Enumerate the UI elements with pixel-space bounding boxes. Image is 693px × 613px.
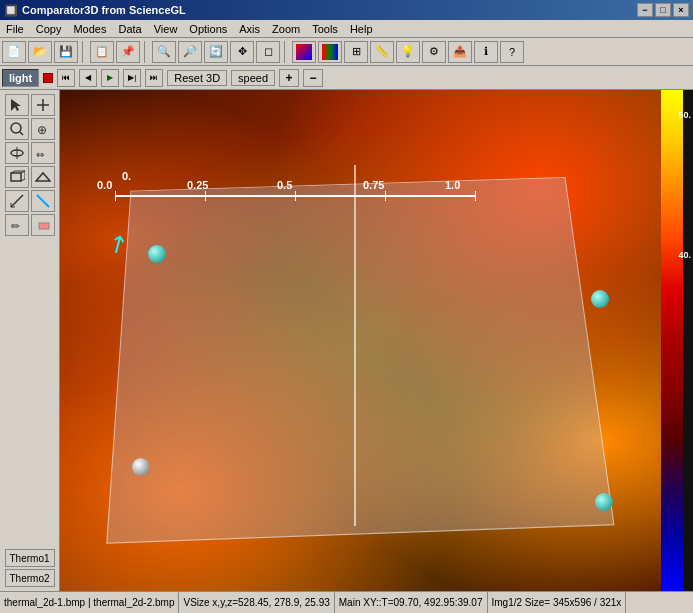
info-button[interactable]: ℹ — [474, 41, 498, 63]
open-button[interactable]: 📂 — [28, 41, 52, 63]
menu-options[interactable]: Options — [183, 20, 233, 37]
sidebar-pair-3: ⇔ — [5, 142, 55, 164]
save-button[interactable]: 💾 — [54, 41, 78, 63]
menu-axis[interactable]: Axis — [233, 20, 266, 37]
info-icon: ℹ — [484, 45, 488, 58]
menu-bar: File Copy Modes Data View Options Axis Z… — [0, 20, 693, 38]
status-img: Img1/2 Size= 345x596 / 321x — [488, 592, 627, 613]
move-button[interactable]: ✥ — [230, 41, 254, 63]
tick-1 — [475, 191, 476, 201]
sidebar-btn-e2[interactable] — [31, 190, 55, 212]
select-button[interactable]: ◻ — [256, 41, 280, 63]
zoom-in-button[interactable]: 🔍 — [152, 41, 176, 63]
rotate3d-icon — [9, 145, 25, 161]
speed-button[interactable]: speed — [231, 70, 275, 86]
sidebar-pair-1 — [5, 94, 55, 116]
nav-first[interactable]: ⏮ — [57, 69, 75, 87]
palette-button[interactable] — [318, 41, 342, 63]
color-icon — [296, 44, 312, 60]
menu-modes[interactable]: Modes — [67, 20, 112, 37]
sidebar-btn-d2[interactable] — [31, 166, 55, 188]
menu-copy[interactable]: Copy — [30, 20, 68, 37]
crosshair-icon — [35, 97, 51, 113]
status-xy: Main XY::T=09.70, 492.95:39.07 — [335, 592, 488, 613]
light-dot — [43, 73, 53, 83]
measure2-icon — [9, 193, 25, 209]
rotate-button[interactable]: 🔄 — [204, 41, 228, 63]
svg-marker-15 — [36, 173, 50, 181]
viewport[interactable]: Graphics www.sciencegl.com 0.0 0.25 0.5 … — [60, 90, 661, 591]
handle-bottom-right[interactable] — [595, 493, 613, 511]
minimize-button[interactable]: − — [637, 3, 653, 17]
color-button[interactable] — [292, 41, 316, 63]
maximize-button[interactable]: □ — [655, 3, 671, 17]
save-icon: 💾 — [59, 45, 73, 58]
sidebar-btn-b2[interactable]: ⊕ — [31, 118, 55, 140]
handle-top-right[interactable] — [591, 290, 609, 308]
svg-point-3 — [11, 123, 21, 133]
draw-icon: ✏ — [9, 217, 25, 233]
copy-button[interactable]: 📋 — [90, 41, 114, 63]
sidebar-btn-d1[interactable] — [5, 166, 29, 188]
zoom-in-icon: 🔍 — [157, 45, 171, 58]
menu-zoom[interactable]: Zoom — [266, 20, 306, 37]
svg-marker-0 — [11, 99, 21, 111]
sidebar-btn-e1[interactable] — [5, 190, 29, 212]
menu-file[interactable]: File — [0, 20, 30, 37]
measure-button[interactable]: 📏 — [370, 41, 394, 63]
paste-button[interactable]: 📌 — [116, 41, 140, 63]
cursor-icon — [9, 97, 25, 113]
sep2 — [144, 41, 148, 63]
ruler-line: 0.0 0.25 0.5 0.75 1.0 — [115, 195, 475, 197]
handle-bottom-left[interactable] — [132, 458, 150, 476]
sidebar-pair-2: ⊕ — [5, 118, 55, 140]
menu-data[interactable]: Data — [112, 20, 147, 37]
svg-rect-21 — [39, 223, 49, 229]
nav-prev[interactable]: ◀ — [79, 69, 97, 87]
box-icon — [9, 169, 25, 185]
nav-play[interactable]: ▶ — [101, 69, 119, 87]
menu-tools[interactable]: Tools — [306, 20, 344, 37]
reset-3d-button[interactable]: Reset 3D — [167, 70, 227, 86]
plus-button[interactable]: + — [279, 69, 299, 87]
sidebar-btn-b1[interactable] — [5, 118, 29, 140]
close-button[interactable]: × — [673, 3, 689, 17]
grid-button[interactable]: ⊞ — [344, 41, 368, 63]
handle-top-left[interactable] — [148, 245, 166, 263]
minus-button[interactable]: − — [303, 69, 323, 87]
settings-button[interactable]: ⚙ — [422, 41, 446, 63]
open-icon: 📂 — [33, 45, 47, 58]
tick-075 — [385, 191, 386, 201]
sidebar-pair-5 — [5, 190, 55, 212]
thermo1-button[interactable]: Thermo1 — [5, 549, 55, 567]
rotate-icon: 🔄 — [209, 45, 223, 58]
axis-025: 0.25 — [187, 179, 208, 191]
sidebar-btn-c2[interactable]: ⇔ — [31, 142, 55, 164]
axis-0: 0.0 — [97, 179, 112, 191]
app-icon: 🔲 — [4, 4, 18, 17]
light-button[interactable]: 💡 — [396, 41, 420, 63]
overlay-plane — [106, 177, 614, 543]
nav-next[interactable]: ▶| — [123, 69, 141, 87]
status-bar: thermal_2d-1.bmp | thermal_2d-2.bmp VSiz… — [0, 591, 693, 613]
axis-05: 0.5 — [277, 179, 292, 191]
zoom-icon — [9, 121, 25, 137]
sidebar-btn-f1[interactable]: ✏ — [5, 214, 29, 236]
help2-button[interactable]: ? — [500, 41, 524, 63]
new-button[interactable]: 📄 — [2, 41, 26, 63]
menu-view[interactable]: View — [148, 20, 184, 37]
export-button[interactable]: 📤 — [448, 41, 472, 63]
sidebar-btn-f2[interactable] — [31, 214, 55, 236]
sidebar-btn-a2[interactable] — [31, 94, 55, 116]
sidebar-btn-a1[interactable] — [5, 94, 29, 116]
menu-help[interactable]: Help — [344, 20, 379, 37]
pan-icon: ⊕ — [35, 121, 51, 137]
eraser-icon — [35, 217, 51, 233]
zoom-out-button[interactable]: 🔎 — [178, 41, 202, 63]
sidebar-btn-c1[interactable] — [5, 142, 29, 164]
status-files: thermal_2d-1.bmp | thermal_2d-2.bmp — [0, 592, 179, 613]
nav-last[interactable]: ⏭ — [145, 69, 163, 87]
move-icon: ✥ — [238, 45, 247, 58]
thermo2-button[interactable]: Thermo2 — [5, 569, 55, 587]
help2-icon: ? — [509, 46, 515, 58]
